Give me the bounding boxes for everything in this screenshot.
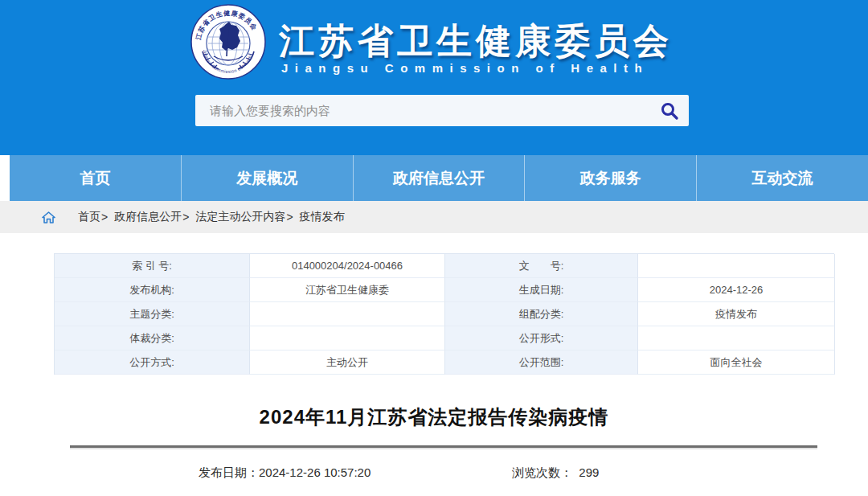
- meta-value-topic-class: [250, 302, 445, 326]
- magnifier-icon: [660, 101, 679, 121]
- view-count: 浏览次数： 299: [512, 465, 599, 481]
- site-logo-emblem-icon[interactable]: 江苏省卫生健康委员会 Jiangsu Commission of Health: [190, 3, 267, 80]
- title-divider: [70, 445, 817, 448]
- meta-label-index-no: 索 引 号:: [55, 254, 250, 278]
- search-input[interactable]: [195, 95, 650, 126]
- site-title: 江苏省卫生健康委员会: [279, 18, 673, 65]
- meta-label-publisher: 发布机构:: [55, 278, 250, 302]
- house-icon[interactable]: [42, 211, 55, 223]
- page: 江苏省卫生健康委员会 Jiangsu Commission of Health …: [0, 0, 868, 496]
- meta-label-open-method: 公开方式:: [55, 350, 250, 375]
- nav-item-interaction[interactable]: 互动交流: [696, 155, 868, 201]
- meta-label-gen-date: 生成日期:: [445, 278, 638, 302]
- nav-item-overview[interactable]: 发展概况: [181, 155, 353, 201]
- publish-date-label: 发布日期：: [199, 465, 259, 479]
- breadcrumb: 首页 > 政府信息公开 > 法定主动公开内容 > 疫情发布: [0, 201, 868, 233]
- meta-value-open-form: [638, 326, 835, 350]
- breadcrumb-item-gov-info[interactable]: 政府信息公开: [114, 210, 182, 224]
- meta-label-open-form: 公开形式:: [445, 326, 638, 350]
- article-title: 2024年11月江苏省法定报告传染病疫情: [0, 404, 868, 430]
- meta-value-genre-class: [250, 326, 445, 350]
- site-subtitle: Jiangsu Commission of Health: [281, 61, 649, 75]
- meta-label-genre-class: 体裁分类:: [55, 326, 250, 350]
- meta-value-gen-date: 2024-12-26: [638, 278, 835, 302]
- breadcrumb-item-home[interactable]: 首页: [78, 210, 100, 224]
- meta-value-group-class: 疫情发布: [638, 302, 835, 326]
- search-button[interactable]: [650, 95, 689, 126]
- document-meta-table: 索 引 号: 014000204/2024-00466 文 号: 发布机构: 江…: [54, 253, 834, 375]
- meta-label-open-scope: 公开范围:: [445, 350, 638, 375]
- meta-value-publisher: 江苏省卫生健康委: [250, 278, 445, 302]
- article-meta-row: 发布日期：2024-12-26 10:57:20 浏览次数： 299: [0, 465, 868, 483]
- meta-label-group-class: 组配分类:: [445, 302, 638, 326]
- meta-label-topic-class: 主题分类:: [55, 302, 250, 326]
- meta-value-doc-no: [638, 254, 835, 278]
- publish-date: 发布日期：2024-12-26 10:57:20: [199, 465, 371, 481]
- site-header: 江苏省卫生健康委员会 Jiangsu Commission of Health …: [0, 0, 868, 155]
- breadcrumb-item-statutory[interactable]: 法定主动公开内容: [195, 210, 285, 224]
- breadcrumb-separator: >: [101, 211, 108, 223]
- meta-value-index-no: 014000204/2024-00466: [250, 254, 445, 278]
- meta-value-open-scope: 面向全社会: [638, 350, 835, 375]
- nav-item-services[interactable]: 政务服务: [524, 155, 696, 201]
- breadcrumb-separator: >: [182, 211, 189, 223]
- breadcrumb-item-epidemic[interactable]: 疫情发布: [300, 210, 345, 224]
- meta-value-open-method: 主动公开: [250, 350, 445, 375]
- nav-item-home[interactable]: 首页: [10, 155, 181, 201]
- view-count-value: 299: [579, 465, 599, 479]
- publish-date-value: 2024-12-26 10:57:20: [259, 465, 371, 479]
- breadcrumb-separator: >: [286, 211, 293, 223]
- nav-item-gov-info[interactable]: 政府信息公开: [353, 155, 525, 201]
- search-bar: [195, 95, 689, 126]
- view-count-label: 浏览次数：: [512, 465, 579, 479]
- main-nav: 首页 发展概况 政府信息公开 政务服务 互动交流: [10, 155, 868, 201]
- meta-label-doc-no: 文 号:: [445, 254, 638, 278]
